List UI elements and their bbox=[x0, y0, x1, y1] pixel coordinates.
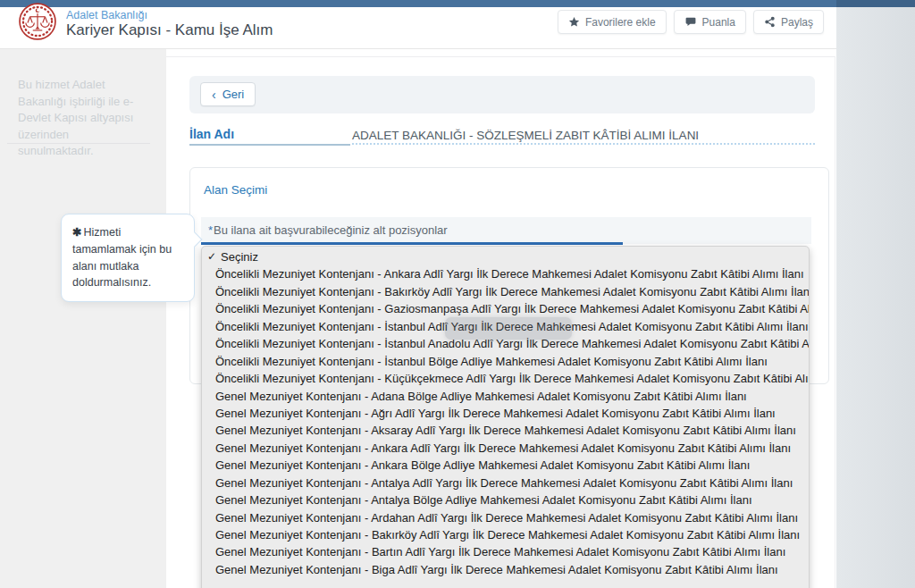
back-button-label: Geri bbox=[222, 88, 245, 101]
dropdown-option[interactable]: Genel Mezuniyet Kontenjanı - Ardahan Adl… bbox=[202, 509, 809, 526]
share-button[interactable]: Paylaş bbox=[753, 10, 824, 34]
sidebar: Bu hizmet Adalet Bakanlığı işbirliği ile… bbox=[0, 49, 166, 588]
dropdown-option[interactable]: Öncelikli Mezuniyet Kontenjanı - Gaziosm… bbox=[202, 300, 809, 317]
position-select-label: *Bu ilana ait başvurabileceğiniz alt poz… bbox=[208, 223, 448, 237]
page: Adalet Bakanlığı Kariyer Kapısı - Kamu İ… bbox=[0, 0, 915, 588]
page-title: Kariyer Kapısı - Kamu İşe Alım bbox=[66, 21, 273, 39]
ministry-of-justice-logo bbox=[19, 3, 56, 40]
position-dropdown-list: ✓ Seçiniz Öncelikli Mezuniyet Kontenjanı… bbox=[201, 246, 810, 588]
dropdown-option[interactable]: Öncelikli Mezuniyet Kontenjanı - Ankara … bbox=[202, 265, 809, 282]
dropdown-option[interactable]: Genel Mezuniyet Kontenjanı - Biga Adlî Y… bbox=[202, 561, 809, 578]
back-button[interactable]: ‹ Geri bbox=[200, 82, 256, 106]
check-icon: ✓ bbox=[207, 248, 216, 265]
dropdown-option[interactable]: Genel Mezuniyet Kontenjanı - Ankara Adlî… bbox=[202, 440, 809, 457]
dropdown-option[interactable]: Genel Mezuniyet Kontenjanı - Bakırköy Ad… bbox=[202, 526, 809, 543]
rate-label: Puanla bbox=[702, 16, 735, 29]
dropdown-options: Öncelikli Mezuniyet Kontenjanı - Ankara … bbox=[202, 265, 809, 578]
dropdown-selected-label: Seçiniz bbox=[221, 248, 258, 265]
top-accent-bar-right bbox=[836, 0, 915, 7]
back-panel bbox=[189, 76, 815, 113]
tooltip-asterisk: ✱ bbox=[72, 226, 81, 239]
ministry-link[interactable]: Adalet Bakanlığı bbox=[66, 9, 147, 21]
share-label: Paylaş bbox=[781, 16, 813, 29]
ilan-adi-underline bbox=[189, 144, 350, 146]
add-to-favorites-label: Favorilere ekle bbox=[585, 16, 656, 29]
position-select-label-text: Bu ilana ait başvurabileceğiniz alt pozi… bbox=[214, 223, 448, 237]
header-actions: Favorilere ekle Puanla Paylaş bbox=[558, 10, 824, 34]
service-info-note: Bu hizmet Adalet Bakanlığı işbirliği ile… bbox=[18, 77, 147, 160]
add-to-favorites-button[interactable]: Favorilere ekle bbox=[558, 10, 667, 34]
top-accent-bar bbox=[0, 0, 915, 7]
dropdown-option[interactable]: Öncelikli Mezuniyet Kontenjanı - Bakırkö… bbox=[202, 283, 809, 300]
sidebar-divider bbox=[7, 143, 150, 144]
required-field-tooltip: ✱Hizmeti tamamlamak için bu alanı mutlak… bbox=[61, 214, 195, 302]
outside-page-background bbox=[836, 7, 915, 588]
field-focus-underline bbox=[201, 242, 623, 245]
ilan-adi-label: İlan Adı bbox=[189, 127, 234, 141]
rate-button[interactable]: Puanla bbox=[674, 10, 746, 34]
dropdown-option[interactable]: Öncelikli Mezuniyet Kontenjanı - Küçükçe… bbox=[202, 370, 809, 387]
dropdown-option[interactable]: Öncelikli Mezuniyet Kontenjanı - İstanbu… bbox=[202, 353, 809, 370]
alan-secimi-title: Alan Seçimi bbox=[204, 183, 267, 197]
dropdown-option[interactable]: Genel Mezuniyet Kontenjanı - Ankara Bölg… bbox=[202, 457, 809, 474]
dropdown-option[interactable]: Genel Mezuniyet Kontenjanı - Aksaray Adl… bbox=[202, 422, 809, 439]
tooltip-text: Hizmeti tamamlamak için bu alanı mutlaka… bbox=[72, 226, 172, 289]
cursor-highlight-artifact bbox=[445, 317, 572, 340]
required-marker: * bbox=[208, 223, 213, 237]
dropdown-option-selected[interactable]: ✓ Seçiniz bbox=[202, 248, 809, 265]
dropdown-option[interactable]: Genel Mezuniyet Kontenjanı - Adana Bölge… bbox=[202, 388, 809, 405]
dropdown-option[interactable]: Genel Mezuniyet Kontenjanı - Bartın Adlî… bbox=[202, 543, 809, 560]
comment-icon bbox=[684, 16, 697, 28]
star-icon bbox=[568, 16, 580, 28]
dropdown-option[interactable]: Genel Mezuniyet Kontenjanı - Ağrı Adlî Y… bbox=[202, 405, 809, 422]
dropdown-option[interactable]: Genel Mezuniyet Kontenjanı - Antalya Adl… bbox=[202, 475, 809, 491]
dropdown-option[interactable]: Genel Mezuniyet Kontenjanı - Antalya Böl… bbox=[202, 491, 809, 508]
ilan-adi-dotted-rule bbox=[352, 139, 815, 145]
chevron-left-icon: ‹ bbox=[212, 88, 216, 101]
share-icon bbox=[764, 16, 776, 28]
